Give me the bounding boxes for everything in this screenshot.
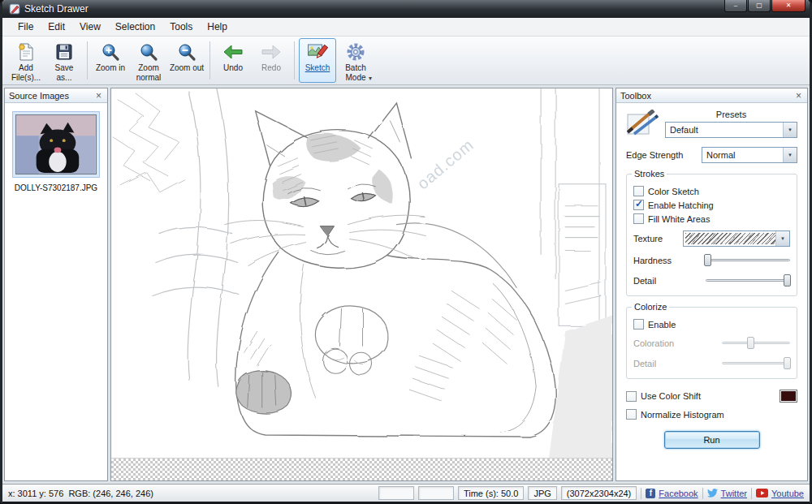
fill-white-areas-checkbox[interactable]: ✓ Fill White Areas — [633, 213, 790, 224]
facebook-icon: f — [646, 489, 655, 498]
brushes-icon — [626, 110, 659, 137]
toolbox-title: Toolbox — [620, 91, 651, 101]
colorize-group-label: Colorize — [632, 302, 669, 312]
slider-thumb[interactable] — [784, 274, 791, 286]
redo-icon — [261, 41, 282, 62]
panel-close-icon[interactable]: × — [94, 91, 103, 101]
sketch-canvas[interactable]: oad.com — [110, 88, 613, 481]
colorize-detail-row: Detail — [633, 357, 790, 370]
fill-white-areas-label: Fill White Areas — [648, 214, 710, 224]
menu-edit[interactable]: Edit — [41, 19, 72, 35]
title-bar: Sketch Drawer – ▢ ✕ — [2, 0, 810, 18]
statusbar-separator — [751, 488, 752, 499]
source-images-title: Source Images — [9, 91, 69, 101]
panel-close-icon[interactable]: × — [794, 91, 803, 101]
add-files-button[interactable]: Add File(s)... — [7, 38, 45, 83]
colorize-group: Colorize ✓ Enable Coloration Detail — [626, 307, 797, 379]
undo-button[interactable]: Undo — [214, 38, 252, 83]
slider-track[interactable] — [722, 342, 790, 344]
checkbox-box: ✓ — [626, 409, 637, 420]
batch-mode-button[interactable]: Batch Mode ▾ — [337, 38, 374, 83]
source-images-panel: Source Images × DOLLY-S730 — [4, 88, 108, 481]
enable-hatching-label: Enable Hatching — [648, 200, 714, 210]
hardness-label: Hardness — [633, 256, 672, 265]
zoom-in-icon — [101, 41, 120, 62]
colorize-detail-slider[interactable] — [722, 357, 790, 370]
statusbar-separator — [702, 488, 703, 499]
enable-hatching-checkbox[interactable]: ✓ Enable Hatching — [633, 200, 790, 210]
toolbar-button-label: Zoom normal — [131, 63, 166, 82]
coloration-slider[interactable] — [722, 337, 790, 350]
slider-track[interactable] — [706, 279, 790, 282]
toolbox-body: Presets Default ▼ Edge Strength Normal ▼ — [616, 103, 807, 455]
texture-label: Texture — [633, 234, 663, 243]
normalize-histogram-checkbox[interactable]: ✓ Normalize Histogram — [626, 409, 797, 420]
color-sketch-checkbox[interactable]: ✓ Color Sketch — [633, 186, 790, 196]
toolbar-button-label: Zoom out — [170, 63, 204, 73]
redo-button[interactable]: Redo — [253, 38, 290, 83]
strokes-detail-row: Detail — [633, 274, 790, 287]
checkbox-box: ✓ — [633, 200, 644, 210]
menu-tools[interactable]: Tools — [162, 19, 200, 35]
colorize-enable-checkbox[interactable]: ✓ Enable — [633, 319, 790, 330]
checkbox-box: ✓ — [633, 186, 644, 196]
menu-view[interactable]: View — [72, 19, 108, 35]
sketch-button[interactable]: Sketch — [299, 38, 336, 83]
strokes-detail-slider[interactable] — [706, 274, 790, 287]
facebook-link[interactable]: f Facebook — [646, 489, 698, 498]
minimize-button[interactable]: – — [724, 0, 747, 12]
chevron-down-icon[interactable]: ▾ — [369, 75, 372, 82]
menu-selection[interactable]: Selection — [108, 19, 162, 35]
source-image-item[interactable] — [12, 111, 100, 178]
edge-strength-select[interactable]: Normal ▼ — [702, 147, 797, 163]
youtube-icon — [756, 489, 768, 498]
add-file-icon — [17, 41, 35, 62]
texture-row: Texture ▼ — [633, 230, 790, 247]
slider-track[interactable] — [722, 362, 790, 364]
toolbar-separator — [209, 41, 210, 80]
facebook-link-label[interactable]: Facebook — [659, 489, 698, 498]
source-image-filename: DOLLY-S7302187.JPG — [5, 183, 107, 192]
use-color-shift-checkbox[interactable]: ✓ — [626, 391, 637, 402]
toolbar-button-label: Undo — [223, 63, 243, 73]
slider-track[interactable] — [706, 259, 790, 261]
batch-mode-icon — [346, 41, 365, 62]
save-icon — [55, 41, 73, 62]
maximize-button[interactable]: ▢ — [748, 0, 771, 12]
status-bar: x: 3011 y: 576 RGB: (246, 246, 246) Time… — [2, 484, 810, 502]
run-button[interactable]: Run — [664, 431, 760, 449]
youtube-link-label[interactable]: Youtube — [771, 489, 804, 498]
window-title: Sketch Drawer — [24, 3, 89, 15]
zoom-in-button[interactable]: Zoom in — [92, 38, 129, 83]
color-shift-swatch[interactable] — [780, 390, 797, 403]
toolbar: Add File(s)... Save as... Zoom in Zoom n… — [2, 37, 810, 85]
slider-thumb[interactable] — [747, 337, 754, 349]
toolbox-header: Toolbox × — [616, 88, 807, 103]
texture-select[interactable]: ▼ — [683, 230, 790, 247]
statusbar-empty-pane — [418, 486, 454, 500]
hardness-slider[interactable] — [706, 254, 790, 267]
menu-file[interactable]: File — [11, 19, 41, 35]
slider-thumb[interactable] — [784, 357, 791, 369]
dropdown-arrow-icon: ▼ — [775, 231, 789, 246]
use-color-shift-row: ✓ Use Color Shift — [626, 390, 797, 403]
twitter-link-label[interactable]: Twitter — [721, 489, 747, 498]
menu-help[interactable]: Help — [200, 19, 235, 35]
sketch-icon — [307, 41, 328, 62]
presets-select[interactable]: Default ▼ — [665, 122, 797, 138]
save-as-button[interactable]: Save as... — [45, 38, 83, 83]
zoom-out-button[interactable]: Zoom out — [168, 38, 205, 83]
undo-icon — [222, 41, 244, 62]
image-format-readout: JPG — [528, 486, 556, 500]
dropdown-arrow-icon: ▼ — [783, 123, 797, 137]
slider-thumb[interactable] — [704, 254, 711, 266]
twitter-link[interactable]: Twitter — [707, 489, 747, 498]
toolbar-button-label: Save as... — [46, 63, 82, 82]
close-button[interactable]: ✕ — [771, 0, 806, 12]
image-dimensions-readout: (3072x2304x24) — [561, 486, 637, 500]
youtube-link[interactable]: Youtube — [756, 489, 804, 498]
cursor-position-readout: x: 3011 y: 576 RGB: (246, 246, 246) — [8, 489, 153, 498]
normalize-histogram-label: Normalize Histogram — [641, 410, 724, 420]
transparency-checker-strip — [111, 458, 612, 480]
zoom-normal-button[interactable]: Zoom normal — [130, 38, 167, 83]
